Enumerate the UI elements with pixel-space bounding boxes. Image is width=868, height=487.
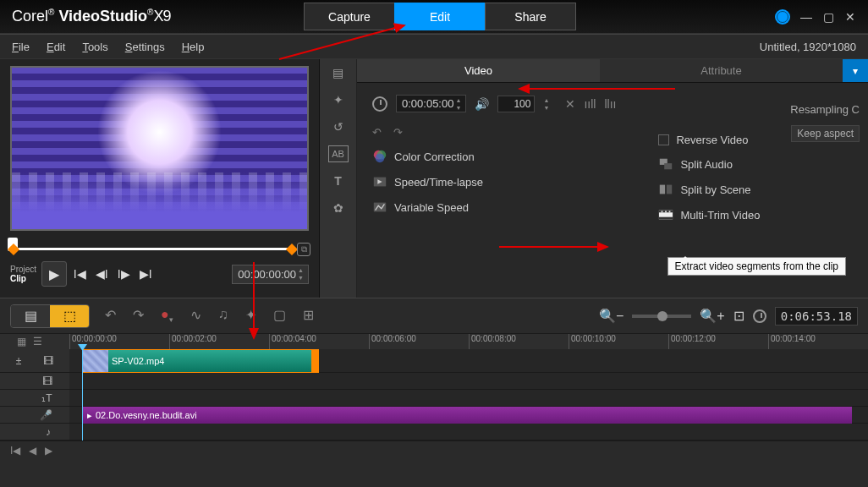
volume-value[interactable]: 100 [497,96,535,112]
playhead[interactable] [82,349,83,440]
text-icon[interactable]: T [328,172,349,189]
mode-tabs: Capture Edit Share [305,3,576,30]
clip-mode-label[interactable]: Clip [10,274,36,283]
color-correction-button[interactable]: Color Correction [372,149,616,164]
goto-start-button[interactable]: I◀ [70,265,89,283]
goto-end-button[interactable]: ▶I [136,265,155,283]
clip-trim-handle[interactable] [311,350,318,372]
window-controls: — ▢ ✕ [775,9,868,25]
multicam-button[interactable]: ⊞ [303,307,314,324]
fade-out-icon[interactable]: llıı [604,97,616,111]
speed-timelapse-button[interactable]: Speed/Time-lapse [372,174,616,189]
overlay-track-header[interactable]: 🎞 [0,373,69,390]
checkbox-icon[interactable] [658,134,669,145]
undo-button[interactable]: ↶ [105,307,116,324]
scrub-bar[interactable]: ⧉ [10,236,309,261]
globe-icon[interactable] [775,9,790,25]
duration-icon [372,96,387,112]
transitions-icon[interactable]: ↺ [328,118,349,135]
timeline-ruler[interactable]: ▦☰ 00:00:00:00 00:00:02:00 00:00:04:00 0… [0,334,868,349]
expand-preview-icon[interactable]: ⧉ [297,243,310,256]
zoom-in-button[interactable]: 🔍+ [700,308,724,324]
fit-project-button[interactable]: ⊡ [733,308,744,324]
mode-edit[interactable]: Edit [394,3,486,30]
multi-trim-button[interactable]: Multi-Trim Video [658,207,760,222]
menu-edit[interactable]: Edit [47,41,65,53]
preview-timecode[interactable]: 00:00:00:00▲▼ [232,265,309,284]
svg-rect-7 [665,163,673,169]
audio-mixer-button[interactable]: ∿ [190,307,201,324]
video-track-lane[interactable]: SP-V02.mp4 [69,349,868,373]
timeline-panel: ▤ ⬚ ↶ ↷ ●▾ ∿ ♫ ✦ ▢ ⊞ 🔍− 🔍+ ⊡ 0:06:53.18 … [0,298,868,487]
project-duration[interactable]: 0:06:53.18 [775,307,858,326]
split-audio-button[interactable]: Split Audio [658,156,760,172]
mode-share[interactable]: Share [485,3,576,30]
scroll-left-icon[interactable]: ◀ [29,445,36,457]
minimize-button[interactable]: — [800,10,812,24]
timeline-view-button[interactable]: ⬚ [50,305,89,327]
zoom-slider[interactable] [632,315,691,318]
timeline-toolbar: ▤ ⬚ ↶ ↷ ●▾ ∿ ♫ ✦ ▢ ⊞ 🔍− 🔍+ ⊡ 0:06:53.18 [0,298,868,334]
voice-track-lane[interactable]: ▸02.Do.vesny.ne.budit.avi [69,407,868,424]
graphics-icon[interactable]: ✿ [328,200,349,216]
options-sidebar: ▤ ✦ ↺ AB T ✿ [320,59,357,298]
menu-help[interactable]: Help [182,41,205,53]
video-track-header[interactable]: ±🎞 [0,349,69,373]
rotate-right-icon[interactable]: ↷ [393,126,403,139]
step-back-button[interactable]: ◀I [92,265,111,283]
mute-icon[interactable]: ✕ [565,97,575,111]
track-manager-icon[interactable]: ▦ [17,336,26,347]
overlay-track-lane[interactable] [69,373,868,390]
workspace: ⧉ Project Clip ▶ I◀ ◀I I▶ ▶I 00:00:00:00… [0,59,868,298]
close-button[interactable]: ✕ [844,10,856,24]
scroll-right-icon[interactable]: ▶ [45,445,52,457]
multi-trim-tooltip: Extract video segments from the clip [667,257,846,276]
maximize-button[interactable]: ▢ [822,10,834,24]
playback-controls: Project Clip ▶ I◀ ◀I I▶ ▶I 00:00:00:00▲▼ [0,261,319,292]
chapter-marker-icon[interactable]: ☰ [33,336,42,347]
scrub-out-marker[interactable] [286,244,298,255]
svg-rect-13 [662,211,663,213]
document-info: Untitled, 1920*1080 [760,41,856,53]
title-icon[interactable]: AB [328,145,349,162]
reverse-video-checkbox[interactable]: Reverse Video [658,134,760,146]
voice-track-header[interactable]: 🎤 [0,407,69,424]
variable-speed-button[interactable]: Variable Speed [372,200,616,215]
menu-settings[interactable]: Settings [125,41,165,53]
storyboard-view-button[interactable]: ▤ [11,305,50,327]
keep-aspect-dropdown[interactable]: Keep aspect [791,125,860,142]
resampling-label: Resampling C [790,103,860,116]
redo-button[interactable]: ↷ [133,307,144,324]
audio-clip[interactable]: ▸02.Do.vesny.ne.budit.avi [82,407,852,424]
music-track-lane[interactable] [69,424,868,440]
project-mode-label[interactable]: Project [10,265,36,274]
video-clip[interactable]: SP-V02.mp4 [82,349,319,373]
scroll-start-icon[interactable]: I◀ [10,445,20,457]
auto-music-button[interactable]: ♫ [218,307,228,324]
mode-capture[interactable]: Capture [304,3,395,30]
svg-rect-14 [666,211,667,213]
track-motion-button[interactable]: ✦ [245,307,256,324]
clip-duration[interactable]: 0:00:05:00▲▼ [396,95,466,112]
menu-tools[interactable]: Tools [82,41,107,53]
timeline-tracks: ±🎞 🎞 ₁T 🎤 ♪ SP-V02.mp4 ▸02.Do.vesny.ne.b… [0,349,868,440]
tab-attribute[interactable]: Attribute [600,59,843,82]
menu-file[interactable]: File [12,41,30,53]
options-content: Video Attribute ▾ 0:00:05:00▲▼ 🔊 100 ▲▼ … [357,59,868,298]
timeline-footer: I◀ ◀ ▶ [0,440,868,459]
fade-in-icon[interactable]: ııll [584,97,596,111]
music-track-header[interactable]: ♪ [0,424,69,440]
split-by-scene-button[interactable]: Split by Scene [658,182,760,197]
fx-icon[interactable]: ✦ [328,91,349,108]
step-forward-button[interactable]: I▶ [114,265,133,283]
rotate-left-icon[interactable]: ↶ [372,126,382,139]
play-button[interactable]: ▶ [41,261,67,287]
media-library-icon[interactable]: ▤ [328,64,349,81]
tab-video[interactable]: Video [357,59,600,82]
expand-options-button[interactable]: ▾ [843,59,868,82]
subtitle-button[interactable]: ▢ [273,307,286,324]
record-button[interactable]: ●▾ [161,307,173,324]
title-track-header[interactable]: ₁T [0,390,69,407]
zoom-out-button[interactable]: 🔍− [599,308,624,324]
title-track-lane[interactable] [69,390,868,407]
